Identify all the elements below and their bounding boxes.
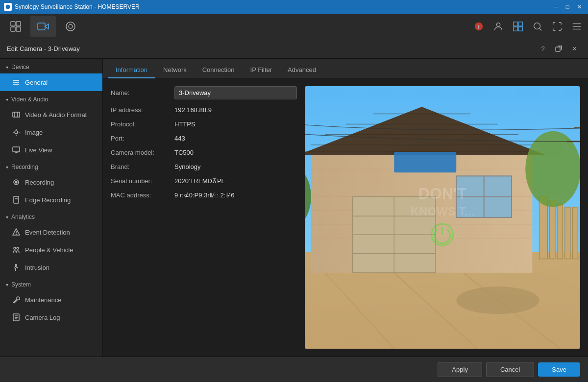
svg-rect-12: [518, 22, 522, 25]
maximize-button[interactable]: □: [563, 2, 572, 12]
cancel-button[interactable]: Cancel: [486, 362, 534, 377]
svg-rect-36: [14, 196, 19, 203]
sidebar-item-recording[interactable]: Recording: [0, 173, 102, 191]
fullscreen-button[interactable]: [549, 18, 565, 35]
sidebar-section-device: ▾ Device: [0, 59, 102, 73]
chevron-down-icon: ▾: [6, 97, 8, 102]
svg-point-44: [16, 264, 17, 266]
sidebar-item-video-audio-format[interactable]: Video & Audio Format: [0, 106, 102, 123]
main-content: Information Network Connection IP Filter…: [103, 59, 588, 357]
sidebar-section-analytics[interactable]: ▾ Analytics: [0, 209, 102, 223]
sidebar-item-general[interactable]: General: [0, 73, 102, 91]
svg-rect-31: [13, 147, 20, 152]
save-button[interactable]: Save: [538, 362, 580, 377]
serial-row: Serial number: 2020'TRFMD⊼PE: [111, 177, 297, 185]
ip-value: 192.168.88.9: [174, 106, 212, 114]
chevron-down-icon: ▾: [6, 215, 8, 220]
lens-button[interactable]: [58, 16, 83, 37]
tab-ip-filter[interactable]: IP Filter: [243, 62, 280, 78]
brand-row: Brand: Synology: [111, 163, 297, 170]
svg-rect-77: [539, 197, 547, 259]
tab-network[interactable]: Network: [155, 62, 195, 78]
chevron-down-icon: ▾: [6, 282, 8, 287]
sidebar-section-video-audio[interactable]: ▾ Video & Audio: [0, 91, 102, 106]
camera-preview: DON'T KNOWS T...: [305, 86, 580, 349]
app-title: Synology Surveillance Station - HOMESERV…: [15, 3, 551, 10]
camera-button[interactable]: [30, 16, 56, 37]
camera-model-value: TC500: [174, 149, 194, 156]
titlebar: Synology Surveillance Station - HOMESERV…: [0, 0, 588, 14]
sidebar-item-event-detection[interactable]: Event Detection: [0, 223, 102, 241]
svg-rect-2: [16, 22, 21, 26]
svg-rect-11: [514, 22, 517, 25]
svg-rect-81: [572, 207, 578, 259]
svg-point-10: [496, 23, 500, 26]
camera-model-label: Camera model:: [111, 149, 174, 156]
ip-row: IP address: 192.168.88.9: [111, 106, 297, 114]
menu-button[interactable]: [568, 18, 585, 35]
edit-camera-title: Edit Camera - 3-Driveway: [7, 45, 536, 52]
svg-point-15: [534, 23, 540, 29]
brand-value: Synology: [174, 163, 200, 170]
search-button[interactable]: [529, 18, 546, 35]
sidebar-section-system[interactable]: ▾ System: [0, 276, 102, 291]
apply-button[interactable]: Apply: [438, 362, 482, 377]
popout-button[interactable]: [552, 42, 565, 56]
tab-information[interactable]: Information: [108, 62, 155, 78]
dialog-body: ▾ Device General ▾ Video & Audio: [0, 59, 588, 357]
svg-point-6: [66, 22, 75, 31]
people-icon: [12, 245, 21, 254]
name-input[interactable]: [174, 86, 297, 99]
notifications-button[interactable]: !: [470, 18, 487, 35]
svg-point-0: [5, 4, 10, 9]
svg-rect-80: [565, 207, 570, 259]
tab-connection[interactable]: Connection: [195, 62, 243, 78]
protocol-label: Protocol:: [111, 120, 174, 128]
alert-icon: [12, 228, 21, 237]
svg-rect-1: [11, 22, 15, 26]
svg-point-35: [15, 181, 17, 183]
tab-bar: Information Network Connection IP Filter…: [103, 59, 588, 78]
svg-rect-23: [13, 112, 20, 117]
sidebar-item-camera-log[interactable]: Camera Log: [0, 309, 102, 326]
svg-rect-78: [550, 200, 555, 259]
content-area: Name: IP address: 192.168.88.9 Protocol:…: [103, 78, 588, 357]
minimize-button[interactable]: ─: [551, 2, 561, 12]
sidebar-item-maintenance[interactable]: Maintenance: [0, 291, 102, 309]
app-toolbar: !: [0, 14, 588, 39]
film-icon: [12, 110, 21, 119]
svg-point-90: [525, 131, 580, 207]
sidebar-item-intrusion[interactable]: Intrusion: [0, 259, 102, 276]
layout-button[interactable]: [510, 18, 526, 35]
user-button[interactable]: [490, 18, 507, 35]
sidebar-item-people-vehicle[interactable]: People & Vehicle: [0, 241, 102, 259]
mac-row: MAC address: 9 r:⊄0:P9:3r⊮:: 2:⊮6: [111, 191, 297, 199]
sidebar-item-edge-recording[interactable]: Edge Recording: [0, 191, 102, 209]
sd-icon: [12, 195, 21, 204]
close-button[interactable]: ✕: [574, 2, 584, 12]
name-row: Name:: [111, 86, 297, 99]
dialog-close-button[interactable]: ✕: [567, 42, 581, 56]
svg-rect-14: [518, 26, 522, 30]
camera-model-row: Camera model: TC500: [111, 149, 297, 156]
info-form: Name: IP address: 192.168.88.9 Protocol:…: [111, 86, 297, 349]
serial-label: Serial number:: [111, 177, 174, 185]
brand-label: Brand:: [111, 163, 174, 170]
help-button[interactable]: ?: [536, 42, 550, 56]
wrench-icon: [12, 295, 21, 304]
log-icon: [12, 313, 21, 322]
sidebar-section-recording[interactable]: ▾ Recording: [0, 159, 102, 173]
tab-advanced[interactable]: Advanced: [280, 62, 324, 78]
chevron-icon: ▾: [6, 65, 8, 70]
chevron-down-icon: ▾: [6, 165, 8, 170]
port-label: Port:: [111, 135, 174, 142]
sidebar: ▾ Device General ▾ Video & Audio: [0, 59, 103, 357]
svg-rect-91: [394, 152, 456, 172]
svg-point-95: [456, 286, 539, 314]
management-button[interactable]: [3, 16, 28, 37]
mac-value: 9 r:⊄0:P9:3r⊮:: 2:⊮6: [174, 191, 235, 199]
sidebar-item-image[interactable]: Image: [0, 123, 102, 141]
svg-rect-13: [514, 26, 517, 30]
sidebar-item-live-view[interactable]: Live View: [0, 141, 102, 159]
walk-icon: [12, 263, 21, 272]
